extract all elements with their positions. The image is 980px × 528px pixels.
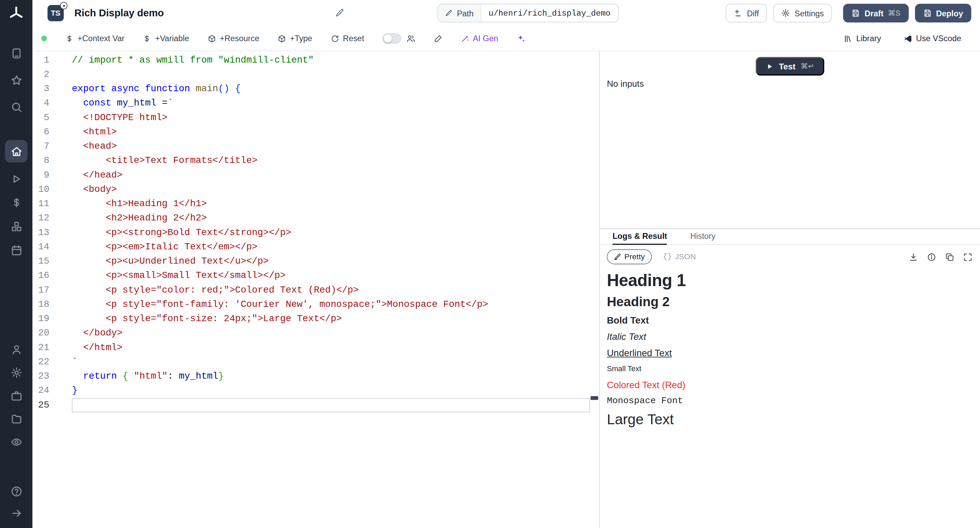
code-editor[interactable]: 1234567891011121314151617181920212223242… [33,51,599,528]
line-number[interactable]: 1 [33,53,72,67]
reset-button[interactable]: Reset [331,34,364,43]
code-line[interactable]: </head> [72,168,590,182]
line-number[interactable]: 2 [33,67,72,82]
sparkles-icon[interactable] [516,34,526,43]
calendar-icon[interactable] [9,243,24,258]
line-number[interactable]: 13 [33,226,72,240]
result-toolbar: Pretty {} JSON [600,245,980,269]
line-number[interactable]: 14 [33,240,72,254]
eye-icon[interactable] [9,434,24,449]
line-number[interactable]: 22 [33,355,72,369]
code-line[interactable]: ` [72,355,590,369]
code-line[interactable]: // import * as wmill from "windmill-clie… [72,53,590,67]
brush-icon[interactable] [434,34,442,43]
path-value-input[interactable]: u/henri/rich_display_demo [481,5,618,22]
tab-history[interactable]: History [690,231,715,245]
line-number[interactable]: 5 [33,111,72,125]
code-line[interactable]: } [72,384,590,398]
result-item-underline: Underlined Text [607,347,972,358]
ai-gen-button[interactable]: AI Gen [460,34,498,43]
line-number[interactable]: 11 [33,197,72,211]
code-line[interactable]: <head> [72,140,590,154]
code-line[interactable]: <!DOCTYPE html> [72,111,590,125]
line-number[interactable]: 18 [33,297,72,312]
toggle-switch[interactable] [382,33,401,43]
line-number[interactable]: 25 [33,398,72,412]
code-line[interactable]: <p><strong>Bold Text</strong></p> [72,226,590,240]
play-icon[interactable] [9,171,24,186]
diff-button[interactable]: Diff [725,4,767,22]
pencil-icon[interactable] [335,8,344,18]
expand-icon[interactable] [963,252,972,262]
run-panel: Test ⌘↵ No inputs Logs & Result History … [600,51,980,528]
add-context-var-button[interactable]: +Context Var [65,34,124,43]
briefcase-icon[interactable] [9,388,24,403]
line-number[interactable]: 20 [33,326,72,340]
code-line[interactable]: <p style="font-size: 24px;">Large Text</… [72,312,590,326]
info-icon[interactable] [927,252,937,262]
path-edit-button[interactable]: Path [438,5,481,22]
home-icon[interactable] [5,140,27,162]
line-number[interactable]: 21 [33,340,72,355]
download-icon[interactable] [909,252,918,262]
folder-icon[interactable] [9,411,24,426]
arrow-right-icon[interactable] [9,506,24,520]
code-line[interactable]: <p style="font-family: 'Courier New', mo… [72,297,590,312]
code-line[interactable]: <p><u>Underlined Text</u></p> [72,254,590,269]
line-number[interactable]: 12 [33,211,72,226]
help-circle-icon[interactable] [9,484,24,499]
use-vscode-button[interactable]: Use VScode [904,34,961,43]
code-line[interactable]: <h1>Heading 1</h1> [72,197,590,211]
add-type-button[interactable]: +Type [277,34,312,43]
line-number[interactable]: 23 [33,369,72,383]
line-number[interactable]: 19 [33,312,72,326]
code-line[interactable]: const my_html =` [72,96,590,111]
add-variable-button[interactable]: +Variable [143,34,189,43]
line-number[interactable]: 7 [33,140,72,154]
test-button[interactable]: Test ⌘↵ [756,57,824,76]
blocks-icon[interactable] [9,219,24,234]
editor-toolbar: +Context Var +Variable +Resource +Type R… [33,26,980,51]
user-icon[interactable] [9,342,24,357]
deploy-button[interactable]: Deploy [915,4,971,22]
view-mode-pretty[interactable]: Pretty [607,250,652,264]
tab-logs-result[interactable]: Logs & Result [612,231,667,245]
code-line[interactable]: <h2>Heading 2</h2> [72,211,590,226]
code-line[interactable]: <html> [72,125,590,139]
line-number[interactable]: 17 [33,283,72,297]
add-resource-button[interactable]: +Resource [207,34,259,43]
draft-button[interactable]: Draft ⌘S [843,4,908,22]
app-window-icon[interactable] [9,46,24,60]
star-icon[interactable] [9,72,24,87]
toolbar-right: Library Use VScode [844,34,961,43]
line-number[interactable]: 16 [33,269,72,283]
line-number[interactable]: 24 [33,384,72,398]
code-line[interactable]: return { "html": my_html} [72,369,590,383]
view-mode-json[interactable]: {} JSON [656,250,703,264]
search-icon[interactable] [9,99,24,114]
code-line[interactable]: <p style="color: red;">Colored Text (Red… [72,283,590,297]
code-line[interactable]: <p><em>Italic Text</em></p> [72,240,590,254]
line-number[interactable]: 8 [33,154,72,168]
code-line[interactable]: <p><small>Small Text</small></p> [72,269,590,283]
library-button[interactable]: Library [844,34,881,43]
line-number[interactable]: 15 [33,254,72,269]
code-line[interactable]: </body> [72,326,590,340]
code-line[interactable]: <title>Text Formats</title> [72,154,590,168]
code-line[interactable]: <body> [72,182,590,197]
code-line[interactable] [72,398,590,412]
copy-icon[interactable] [945,252,955,262]
code-line[interactable]: export async function main() { [72,82,590,96]
line-number[interactable]: 9 [33,168,72,182]
code-line[interactable] [72,67,590,82]
dollar-sign-icon[interactable] [9,195,24,210]
users-icon[interactable] [406,34,415,43]
line-number[interactable]: 10 [33,182,72,197]
windmill-logo-icon[interactable] [8,6,24,22]
line-number[interactable]: 6 [33,125,72,139]
line-number[interactable]: 4 [33,96,72,111]
code-line[interactable]: </html> [72,340,590,355]
gear-icon[interactable] [9,365,24,380]
settings-button[interactable]: Settings [773,4,832,22]
line-number[interactable]: 3 [33,82,72,96]
